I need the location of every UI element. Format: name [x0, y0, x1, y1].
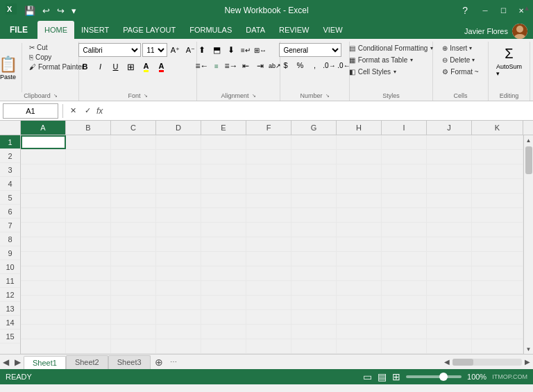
cell-i13[interactable]	[382, 310, 427, 324]
increase-indent-btn[interactable]: ⇥	[253, 59, 267, 73]
align-middle-btn[interactable]: ⬒	[210, 43, 223, 57]
cell-f13[interactable]	[246, 310, 291, 324]
cell-g4[interactable]	[291, 179, 337, 193]
cell-f7[interactable]	[246, 223, 291, 237]
cell-b14[interactable]	[66, 325, 111, 339]
cell-h5[interactable]	[337, 194, 382, 207]
cell-f15[interactable]	[246, 339, 291, 353]
cell-h14[interactable]	[337, 325, 382, 339]
cell-e1[interactable]	[201, 135, 246, 149]
cell-i12[interactable]	[382, 296, 427, 309]
cell-b12[interactable]	[66, 296, 111, 309]
cell-j6[interactable]	[427, 208, 472, 222]
cell-a3[interactable]	[21, 164, 66, 178]
cell-e15[interactable]	[201, 339, 246, 353]
col-header-h[interactable]: H	[337, 121, 382, 135]
cell-c3[interactable]	[111, 164, 156, 178]
h-scroll-right-btn[interactable]: ▶	[525, 358, 530, 366]
cell-c1[interactable]	[111, 135, 156, 149]
cell-j5[interactable]	[427, 194, 472, 207]
row-num-4[interactable]: 4	[0, 177, 20, 191]
cell-g15[interactable]	[291, 339, 337, 353]
save-quick-btn[interactable]: 💾	[22, 4, 37, 17]
cell-b9[interactable]	[66, 252, 111, 266]
user-avatar[interactable]	[512, 24, 527, 39]
editing-autosum-btn[interactable]: Σ AutoSum ▾	[491, 43, 527, 80]
cell-c2[interactable]	[111, 150, 156, 164]
scroll-up-btn[interactable]: ▲	[524, 135, 533, 145]
cell-c6[interactable]	[111, 208, 156, 222]
cell-d4[interactable]	[156, 179, 201, 193]
cell-i9[interactable]	[382, 252, 427, 266]
cell-h9[interactable]	[337, 252, 382, 266]
cell-d3[interactable]	[156, 164, 201, 178]
cell-f12[interactable]	[246, 296, 291, 309]
cell-e2[interactable]	[201, 150, 246, 164]
cell-e7[interactable]	[201, 223, 246, 237]
cell-e9[interactable]	[201, 252, 246, 266]
cell-b7[interactable]	[66, 223, 111, 237]
cell-k4[interactable]	[472, 179, 523, 193]
cell-k6[interactable]	[472, 208, 523, 222]
row-num-15[interactable]: 15	[0, 330, 20, 343]
cell-g11[interactable]	[291, 281, 337, 295]
cell-i8[interactable]	[382, 237, 427, 251]
cell-a7[interactable]	[21, 223, 66, 237]
cell-d7[interactable]	[156, 223, 201, 237]
cell-k7[interactable]	[472, 223, 523, 237]
formula-input[interactable]	[105, 103, 530, 119]
cell-h11[interactable]	[337, 281, 382, 295]
help-icon[interactable]: ?	[462, 5, 468, 16]
cell-e6[interactable]	[201, 208, 246, 222]
row-num-12[interactable]: 12	[0, 288, 20, 302]
font-family-select[interactable]: Calibri Arial Times New Roman	[78, 43, 141, 57]
row-num-14[interactable]: 14	[0, 316, 20, 330]
cell-a11[interactable]	[21, 281, 66, 295]
cell-g1[interactable]	[291, 135, 337, 149]
cell-d2[interactable]	[156, 150, 201, 164]
col-header-k[interactable]: K	[472, 121, 523, 135]
tab-insert[interactable]: INSERT	[74, 21, 116, 39]
col-header-d[interactable]: D	[156, 121, 201, 135]
cell-styles-btn[interactable]: ◧ Cell Styles ▾	[345, 67, 438, 77]
cell-c4[interactable]	[111, 179, 156, 193]
tab-page-layout[interactable]: PAGE LAYOUT	[116, 21, 183, 39]
cell-k13[interactable]	[472, 310, 523, 324]
cell-f14[interactable]	[246, 325, 291, 339]
sheet-tab-1[interactable]: Sheet1	[24, 356, 66, 370]
h-scroll-left-btn[interactable]: ◀	[444, 358, 450, 366]
col-header-g[interactable]: G	[291, 121, 337, 135]
font-color-button[interactable]: A	[155, 60, 169, 74]
customize-quick-btn[interactable]: ▾	[69, 4, 78, 17]
sheet-nav-right[interactable]: ▶	[12, 355, 24, 370]
cell-f10[interactable]	[246, 266, 291, 280]
cell-b10[interactable]	[66, 266, 111, 280]
cell-g5[interactable]	[291, 194, 337, 207]
col-header-c[interactable]: C	[111, 121, 156, 135]
cell-e11[interactable]	[201, 281, 246, 295]
cell-a4[interactable]	[21, 179, 66, 193]
cell-h15[interactable]	[337, 339, 382, 353]
alignment-expand-icon[interactable]: ↘	[252, 93, 256, 99]
tab-data[interactable]: DATA	[239, 21, 272, 39]
cell-c10[interactable]	[111, 266, 156, 280]
cell-d15[interactable]	[156, 339, 201, 353]
cell-k3[interactable]	[472, 164, 523, 178]
cell-j4[interactable]	[427, 179, 472, 193]
cell-e14[interactable]	[201, 325, 246, 339]
cell-e13[interactable]	[201, 310, 246, 324]
cell-f5[interactable]	[246, 194, 291, 207]
wrap-text-btn[interactable]: ≡↵	[239, 43, 253, 57]
increase-decimal-btn[interactable]: .0→	[323, 58, 337, 72]
cell-e3[interactable]	[201, 164, 246, 178]
format-as-table-btn[interactable]: ▦ Format as Table ▾	[345, 55, 438, 65]
cell-a1[interactable]	[21, 135, 66, 149]
number-format-select[interactable]: General Number Currency Short Date	[279, 43, 341, 57]
cell-b1[interactable]	[66, 135, 111, 149]
cell-i11[interactable]	[382, 281, 427, 295]
insert-cells-btn[interactable]: ⊕ Insert ▾	[439, 43, 481, 53]
cell-d10[interactable]	[156, 266, 201, 280]
cell-b3[interactable]	[66, 164, 111, 178]
page-break-view-btn[interactable]: ⊞	[392, 371, 400, 382]
cell-k11[interactable]	[472, 281, 523, 295]
